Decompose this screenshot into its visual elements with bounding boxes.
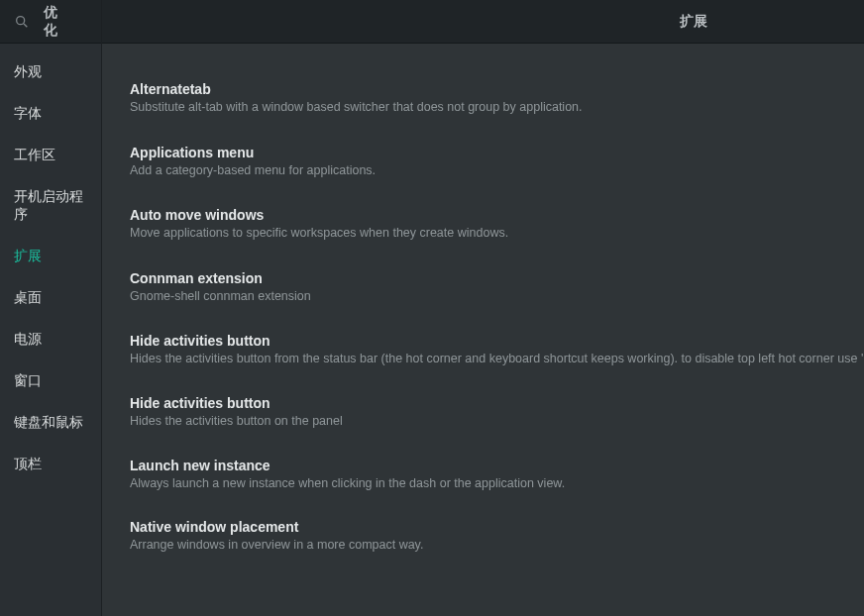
extension-text: AlternatetabSubstitute alt-tab with a wi… — [130, 81, 864, 116]
sidebar-item-6[interactable]: 电源 — [0, 319, 101, 360]
main-header: 扩展 — [102, 0, 864, 44]
sidebar-title: 优化 — [44, 4, 101, 40]
search-button[interactable] — [0, 0, 44, 44]
sidebar-item-7[interactable]: 窗口 — [0, 360, 101, 402]
extension-title: Native window placement — [130, 519, 864, 535]
sidebar-item-8[interactable]: 键盘和鼠标 — [0, 402, 101, 444]
extension-row: Connman extensionGnome-shell connman ext… — [130, 257, 864, 319]
sidebar-item-5[interactable]: 桌面 — [0, 277, 101, 319]
extension-row: AlternatetabSubstitute alt-tab with a wi… — [130, 67, 864, 131]
extension-row: Native window placementArrange windows i… — [130, 505, 864, 567]
extension-text: Launch new instanceAlways launch a new i… — [130, 458, 864, 492]
extension-title: Hide activities button — [130, 333, 864, 349]
svg-point-0 — [17, 16, 25, 24]
extension-text: Hide activities buttonHides the activiti… — [130, 395, 864, 430]
sidebar-item-1[interactable]: 字体 — [0, 93, 101, 135]
sidebar-item-4[interactable]: 扩展 — [0, 236, 101, 277]
sidebar-item-0[interactable]: 外观 — [0, 51, 101, 93]
extension-row: Hide activities buttonHides the activiti… — [130, 381, 864, 444]
sidebar-item-2[interactable]: 工作区 — [0, 135, 101, 176]
sidebar-header: 优化 — [0, 0, 101, 44]
sidebar-item-3[interactable]: 开机启动程序 — [0, 176, 101, 236]
search-icon — [14, 14, 30, 30]
extension-description: Always launch a new instance when clicki… — [130, 475, 864, 492]
extension-description: Hides the activities button on the panel — [130, 413, 864, 430]
extension-text: Applications menuAdd a category-based me… — [130, 145, 864, 179]
sidebar: 优化 外观字体工作区开机启动程序扩展桌面电源窗口键盘和鼠标顶栏 — [0, 0, 102, 616]
extension-title: Connman extension — [130, 270, 864, 286]
extension-title: Alternatetab — [130, 81, 864, 97]
sidebar-item-9[interactable]: 顶栏 — [0, 444, 101, 485]
svg-line-1 — [24, 24, 27, 27]
extension-description: Gnome-shell connman extension — [130, 288, 864, 305]
extension-description: Arrange windows in overview in a more co… — [130, 537, 864, 554]
sidebar-nav: 外观字体工作区开机启动程序扩展桌面电源窗口键盘和鼠标顶栏 — [0, 44, 101, 493]
main: 扩展 AlternatetabSubstitute alt-tab with a… — [102, 0, 864, 616]
page-title: 扩展 — [680, 13, 707, 31]
extensions-list: AlternatetabSubstitute alt-tab with a wi… — [102, 44, 864, 616]
extension-description: Add a category-based menu for applicatio… — [130, 162, 864, 179]
extension-text: Native window placementArrange windows i… — [130, 519, 864, 554]
extension-text: Auto move windowsMove applications to sp… — [130, 207, 864, 242]
extension-row: Auto move windowsMove applications to sp… — [130, 193, 864, 257]
extension-row: Applications menuAdd a category-based me… — [130, 131, 864, 193]
extension-title: Launch new instance — [130, 458, 864, 473]
extension-title: Applications menu — [130, 145, 864, 160]
extension-row: Hide activities buttonHides the activiti… — [130, 319, 864, 381]
extension-description: Substitute alt-tab with a window based s… — [130, 99, 864, 116]
extension-description: Move applications to specific workspaces… — [130, 225, 864, 242]
extension-title: Hide activities button — [130, 395, 864, 411]
extension-description: Hides the activities button from the sta… — [130, 351, 864, 367]
extension-text: Hide activities buttonHides the activiti… — [130, 333, 864, 367]
extension-title: Auto move windows — [130, 207, 864, 223]
extension-text: Connman extensionGnome-shell connman ext… — [130, 270, 864, 305]
extension-row: Launch new instanceAlways launch a new i… — [130, 444, 864, 506]
